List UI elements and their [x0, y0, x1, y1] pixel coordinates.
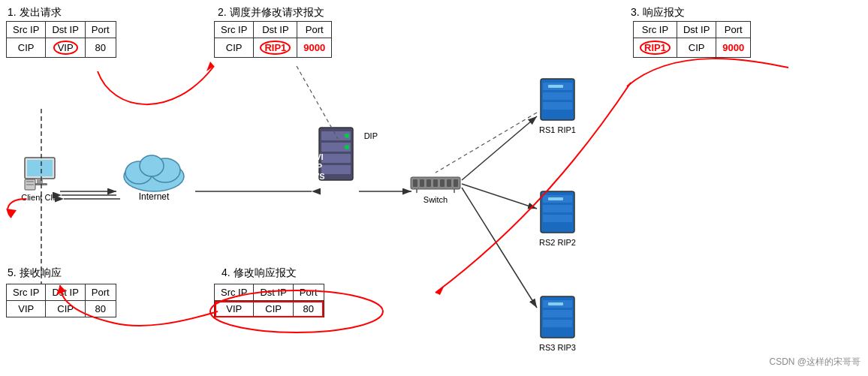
svg-rect-37 [548, 197, 563, 200]
t1-h3: Port [85, 22, 116, 38]
t1-port: 80 [85, 38, 116, 58]
svg-rect-20 [420, 179, 424, 187]
t2-h2: Dst IP [254, 22, 297, 38]
svg-line-47 [462, 116, 537, 180]
t2-port: 9000 [297, 38, 332, 58]
client-label: Client CIP [21, 193, 59, 202]
svg-rect-30 [543, 92, 572, 100]
svg-rect-23 [440, 179, 445, 187]
vs-server-icon: VIPVS DIP [315, 124, 357, 184]
internet-label: Internet [139, 191, 170, 202]
svg-line-49 [462, 188, 537, 308]
svg-rect-40 [543, 310, 572, 317]
table1: Src IP Dst IP Port CIP VIP 80 [6, 21, 116, 58]
diagram-container: 1. 发出请求 2. 调度并修改请求报文 3. 响应报文 4. 修改响应报文 5… [0, 0, 868, 376]
t5-port: 80 [85, 301, 116, 317]
vip-label: VIPVS [314, 152, 325, 182]
svg-rect-32 [548, 85, 563, 88]
t1-dst: VIP [46, 38, 85, 58]
t5-src: VIP [7, 301, 46, 317]
svg-line-51 [436, 113, 537, 173]
t4-h2: Dst IP [254, 284, 293, 301]
t5-dst: CIP [46, 301, 85, 317]
svg-rect-42 [548, 302, 563, 305]
t4-port: 80 [293, 301, 324, 317]
t5-h2: Dst IP [46, 284, 85, 301]
section4-label: 4. 修改响应报文 [222, 266, 297, 280]
dip-label: DIP [364, 131, 378, 140]
t3-port: 9000 [716, 38, 751, 58]
t1-src: CIP [7, 38, 46, 58]
t1-h2: Dst IP [46, 22, 85, 38]
t3-h1: Src IP [634, 22, 677, 38]
table2: Src IP Dst IP Port CIP RIP1 9000 [214, 21, 332, 58]
svg-rect-6 [26, 184, 34, 185]
section3-label: 3. 响应报文 [631, 6, 685, 20]
table3: Src IP Dst IP Port RIP1 CIP 9000 [633, 21, 751, 58]
svg-rect-19 [413, 179, 417, 187]
svg-marker-57 [6, 209, 17, 218]
t4-src: VIP [215, 301, 254, 317]
table4: Src IP Dst IP Port VIP CIP 80 [214, 284, 324, 317]
svg-rect-36 [543, 215, 572, 222]
svg-rect-1 [27, 160, 53, 176]
table5: Src IP Dst IP Port VIP CIP 80 [6, 284, 116, 317]
section2-label: 2. 调度并修改请求报文 [218, 6, 324, 20]
cloud-icon: Internet [120, 146, 188, 202]
t4-h3: Port [293, 284, 324, 301]
svg-line-48 [462, 184, 537, 209]
t3-h3: Port [716, 22, 751, 38]
svg-rect-31 [543, 102, 572, 110]
rs1-label: RS1 RIP1 [539, 125, 576, 134]
t3-src: RIP1 [634, 38, 677, 58]
svg-marker-54 [436, 285, 445, 295]
svg-rect-35 [543, 205, 572, 212]
rs3-label: RS3 RIP3 [539, 343, 576, 352]
t5-h3: Port [85, 284, 116, 301]
switch-label: Switch [423, 195, 448, 204]
svg-rect-25 [454, 179, 458, 187]
t4-dst: CIP [254, 301, 293, 317]
svg-point-17 [345, 145, 349, 149]
rs2-server-icon: RS2 RIP2 [537, 188, 578, 247]
t2-h1: Src IP [215, 22, 254, 38]
client-icon: Client CIP [21, 154, 59, 202]
section1-label: 1. 发出请求 [8, 6, 62, 20]
t5-h1: Src IP [7, 284, 46, 301]
svg-rect-21 [426, 179, 431, 187]
svg-marker-53 [206, 62, 214, 71]
rs2-label: RS2 RIP2 [539, 238, 576, 247]
t1-h1: Src IP [7, 22, 46, 38]
t2-h3: Port [297, 22, 332, 38]
t3-dst: CIP [677, 38, 716, 58]
t4-h1: Src IP [215, 284, 254, 301]
rs3-server-icon: RS3 RIP3 [537, 293, 578, 352]
svg-rect-14 [321, 154, 351, 163]
svg-rect-41 [543, 320, 572, 327]
svg-rect-2 [37, 179, 43, 183]
svg-rect-22 [433, 179, 438, 187]
t2-src: CIP [215, 38, 254, 58]
watermark: CSDN @这样的宋哥哥 [769, 356, 860, 368]
t2-dst: RIP1 [254, 38, 297, 58]
t3-h2: Dst IP [677, 22, 716, 38]
svg-rect-5 [26, 181, 34, 182]
svg-rect-24 [447, 179, 451, 187]
rs1-server-icon: RS1 RIP1 [537, 75, 578, 134]
section5-label: 5. 接收响应 [8, 266, 62, 280]
switch-icon: Switch [409, 173, 462, 204]
svg-point-16 [345, 134, 349, 138]
svg-rect-15 [321, 165, 351, 174]
svg-point-10 [140, 155, 164, 176]
